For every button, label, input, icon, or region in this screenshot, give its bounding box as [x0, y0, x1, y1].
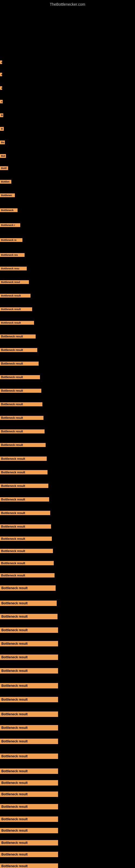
label-Bottleneck-result-15: Bottleneck result [0, 484, 48, 488]
label-Bottleneck-result-2: Bottleneck result [0, 307, 32, 311]
label-Bottleneck-result-24: Bottleneck result [0, 600, 57, 606]
label-Bottleneck-resu: Bottleneck resu [0, 267, 27, 271]
label-s2: s [0, 73, 2, 76]
label-Bottleneck-result-41: Bottleneck result [0, 828, 58, 833]
label-Bottleneck-result-30: Bottleneck result [0, 683, 58, 688]
label-Bottleneck-result-22: Bottleneck result [0, 573, 54, 578]
label-Bottleneck-resul: Bottleneck resul [0, 280, 29, 284]
label-Bottleneck-result-8: Bottleneck result [0, 389, 41, 393]
label-Bottleneck-result-28: Bottleneck result [0, 654, 58, 660]
label-Bottleneck-result-21: Bottleneck result [0, 561, 54, 565]
label-Bottleneck-result-37: Bottleneck result [0, 780, 58, 785]
label-s1: s [0, 61, 2, 64]
label-Bottlenec: Bottlenec [0, 193, 15, 197]
label-Bottleneck-result-38: Bottleneck result [0, 792, 58, 797]
label-Bottleneck-result-20: Bottleneck result [0, 549, 53, 553]
label-Bottleneck-result-44: Bottleneck result [0, 863, 58, 868]
label-Bottleneck-result-11: Bottleneck result [0, 429, 45, 433]
label-Bottleneck-result-18: Bottleneck result [0, 524, 51, 529]
label-Bottleneck-result-36: Bottleneck result [0, 769, 58, 774]
label-Bottleneck-re: Bottleneck re [0, 238, 22, 242]
label-Bottleneck-result-29: Bottleneck result [0, 668, 58, 674]
label-Bottleneck-result-31: Bottleneck result [0, 697, 58, 702]
label-s4: s [0, 100, 3, 103]
label-Bottleneck-result-27: Bottleneck result [0, 641, 58, 646]
label-Bottleneck-result-5: Bottleneck result [0, 348, 37, 352]
label-Bottleneck-result-43: Bottleneck result [0, 852, 58, 857]
label-Bottleneck-result-40: Bottleneck result [0, 816, 58, 822]
label-Bottl: Bottl [0, 166, 8, 170]
label-Bottleneck-result-25: Bottleneck result [0, 614, 57, 619]
label-Bott: Bot [0, 154, 6, 158]
label-Bottleneck-result-16: Bottleneck result [0, 497, 49, 501]
label-Bo: B [0, 127, 4, 131]
label-Bottleneck-r: Bottleneck r [0, 223, 20, 227]
label-B: B [0, 113, 3, 117]
site-title: TheBottlenecker.com [0, 0, 135, 8]
label-Bottleneck-result-1: Bottleneck result [0, 294, 31, 298]
label-Bot: Bo [0, 141, 5, 144]
label-Bottleneck: Bottleneck [0, 208, 17, 212]
label-Bottlen: Bottlen [0, 180, 11, 184]
label-Bottleneck-result-42: Bottleneck result [0, 840, 58, 845]
label-Bottleneck-result-39: Bottleneck result [0, 804, 58, 809]
label-Bottleneck-res: Bottleneck res [0, 253, 25, 257]
label-Bottleneck-result-26: Bottleneck result [0, 627, 58, 633]
label-Bottleneck-result-32: Bottleneck result [0, 712, 58, 717]
label-Bottleneck-result-6: Bottleneck result [0, 362, 39, 366]
label-Bottleneck-result-13: Bottleneck result [0, 457, 47, 461]
label-Bottleneck-result-23: Bottleneck result [0, 585, 56, 591]
label-Bottleneck-result-4: Bottleneck result [0, 335, 36, 339]
label-s3: s [0, 86, 2, 90]
label-Bottleneck-result-17: Bottleneck result [0, 511, 50, 515]
chart-area: s s s s B B Bo Bot Bottl Bottlen Bottlen… [0, 10, 135, 868]
label-Bottleneck-result-34: Bottleneck result [0, 739, 58, 744]
label-Bottleneck-result-19: Bottleneck result [0, 536, 52, 541]
label-Bottleneck-result-3: Bottleneck result [0, 321, 34, 325]
label-Bottleneck-result-33: Bottleneck result [0, 725, 58, 731]
label-Bottleneck-result-9: Bottleneck result [0, 402, 42, 406]
label-Bottleneck-result-10: Bottleneck result [0, 416, 43, 420]
label-Bottleneck-result-14: Bottleneck result [0, 470, 48, 474]
label-Bottleneck-result-12: Bottleneck result [0, 443, 46, 447]
label-Bottleneck-result-7: Bottleneck result [0, 375, 40, 379]
label-Bottleneck-result-35: Bottleneck result [0, 753, 58, 759]
